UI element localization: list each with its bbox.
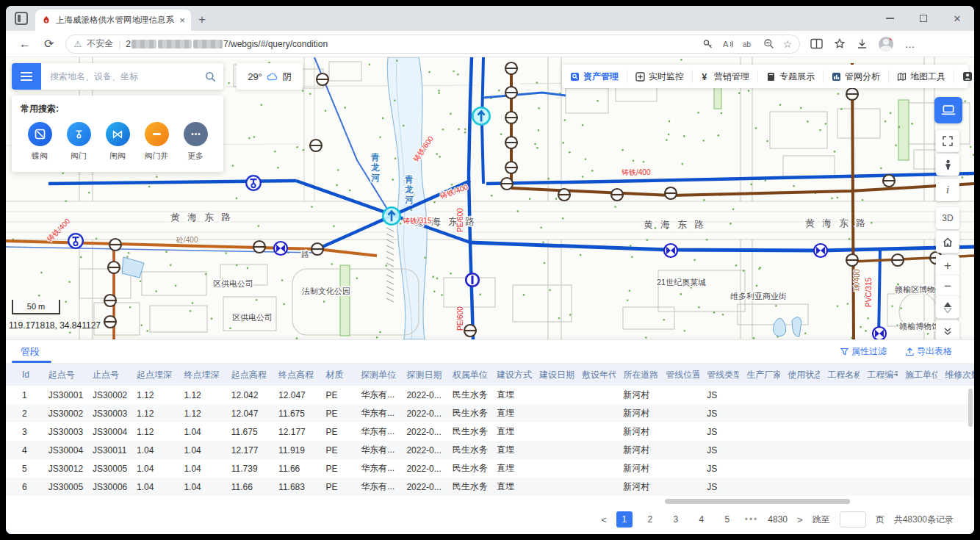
common-search-gate-valve[interactable]: 闸阀 [101, 122, 134, 162]
pipe-node-icon[interactable] [883, 175, 895, 187]
maximize-button[interactable] [907, 6, 940, 31]
layer-stepper[interactable] [936, 296, 959, 318]
scrollbar-thumb[interactable] [665, 499, 850, 504]
pipe-node-icon[interactable] [505, 62, 517, 74]
pipe-node-icon[interactable] [558, 189, 570, 201]
table-row[interactable]: 5JS30012JS300051.041.0411.73911.66PE华东有.… [6, 459, 974, 478]
new-tab-button[interactable]: + [198, 12, 206, 27]
search-icon[interactable] [205, 71, 216, 82]
valve-well-icon[interactable] [466, 273, 479, 287]
valve-icon[interactable] [246, 176, 261, 190]
user-menu[interactable]: 赣榆管理员 [954, 70, 974, 83]
refresh-icon[interactable]: ⟳ [44, 37, 54, 51]
street-view-button[interactable] [936, 154, 959, 176]
back-icon[interactable]: ← [19, 37, 31, 51]
pipe-node-icon[interactable] [108, 262, 120, 273]
jump-page-input[interactable] [840, 511, 866, 528]
download-icon[interactable] [857, 38, 868, 49]
last-page-button[interactable]: 4830 [768, 511, 788, 528]
vertical-scrollbar[interactable] [968, 389, 973, 497]
favorite-star-icon[interactable]: ☆ [783, 38, 793, 50]
scrollbar-thumb[interactable] [968, 389, 973, 427]
pipe-node-icon[interactable] [505, 137, 517, 148]
menu-sales-management[interactable]: ¥ 营销管理 [693, 70, 758, 83]
pages-ellipsis[interactable]: ••• [745, 514, 759, 525]
3d-button[interactable]: 3D [936, 207, 959, 229]
home-button[interactable] [936, 231, 959, 253]
prev-page-button[interactable]: < [601, 514, 607, 525]
page-button[interactable]: 4 [693, 511, 710, 528]
valve-icon[interactable] [68, 234, 83, 248]
layer-panel-button[interactable] [934, 97, 962, 123]
pipe-node-icon[interactable] [846, 254, 858, 266]
menu-asset-management[interactable]: 资产管理 [562, 70, 627, 83]
table-cell: 直埋 [489, 422, 532, 441]
password-key-icon[interactable] [702, 38, 713, 49]
zoom-in-button[interactable]: + [936, 255, 959, 277]
page-button[interactable]: 5 [719, 511, 735, 528]
menu-map-tools[interactable]: 地图工具 [889, 70, 954, 83]
common-search-butterfly-valve[interactable]: 蝶阀 [24, 122, 56, 162]
close-button[interactable]: ✕ [940, 6, 974, 31]
common-search-more[interactable]: 更多 [179, 122, 212, 162]
browser-tab[interactable]: 上海威派格供水管网地理信息系… × [35, 10, 191, 31]
common-search-valve-well[interactable]: 阀门井 [140, 122, 173, 162]
table-row[interactable]: 4JS30004JS300111.041.0412.17711.919PE华东有… [6, 441, 974, 459]
gate-valve-icon[interactable] [664, 244, 677, 257]
menu-network-analysis[interactable]: 管网分析 [824, 70, 889, 83]
pipe-node-icon[interactable] [505, 162, 517, 173]
common-search-valve[interactable]: 阀门 [62, 122, 95, 162]
pipe-node-icon[interactable] [317, 73, 328, 85]
next-page-button[interactable]: > [797, 514, 803, 525]
flow-junction-icon[interactable] [472, 107, 489, 124]
table-row[interactable]: 2JS30002JS300031.121.1212.04711.675PE华东有… [6, 404, 974, 422]
pipe-node-icon[interactable] [892, 254, 904, 266]
table-row[interactable]: 3JS30003JS300041.121.0411.67512.177PE华东有… [6, 422, 974, 441]
minimize-button[interactable] [873, 6, 907, 31]
flow-junction-icon[interactable] [383, 207, 400, 224]
menu-hamburger-button[interactable] [12, 63, 41, 90]
zoom-out-icon[interactable] [763, 38, 774, 49]
tab-workspaces-icon[interactable] [15, 12, 28, 25]
pipe-node-icon[interactable] [310, 140, 322, 151]
page-button[interactable]: 3 [668, 511, 684, 528]
read-aloud-icon[interactable]: A [722, 39, 734, 49]
pipe-node-icon[interactable] [104, 295, 116, 306]
menu-thematic-display[interactable]: 专题展示 [758, 70, 824, 83]
collections-icon[interactable] [834, 38, 846, 49]
pipe-node-icon[interactable] [253, 241, 265, 253]
table-row[interactable]: 1JS30001JS300021.121.1212.04212.047PE华东有… [6, 386, 974, 404]
pipe-node-icon[interactable] [104, 316, 116, 328]
search-input[interactable] [48, 71, 205, 82]
address-bar[interactable]: ⚠ 不安全 | 27/webgis/#/query/condition A ab… [65, 35, 800, 54]
pipe-node-icon[interactable] [611, 189, 623, 201]
gate-valve-icon[interactable] [873, 327, 886, 339]
info-button[interactable]: i [936, 179, 959, 201]
pipe-node-icon[interactable] [505, 87, 517, 98]
fullscreen-button[interactable] [936, 130, 959, 152]
export-table-button[interactable]: 导出表格 [906, 345, 952, 358]
tab-close-icon[interactable]: × [179, 15, 185, 26]
table-cell: JS [699, 386, 739, 404]
pipe-node-icon[interactable] [311, 243, 323, 255]
pipe-node-icon[interactable] [505, 112, 517, 123]
page-button[interactable]: 2 [642, 511, 658, 528]
page-button[interactable]: 1 [616, 511, 633, 528]
translate-icon[interactable]: ab [743, 40, 754, 48]
table-row[interactable]: 6JS30005JS300061.041.0411.6611.683PE华东有.… [6, 478, 974, 496]
settings-more-icon[interactable]: … [904, 38, 915, 50]
profile-avatar[interactable] [879, 37, 893, 51]
pipe-node-icon[interactable] [665, 187, 677, 199]
split-screen-icon[interactable] [810, 38, 823, 49]
horizontal-scrollbar[interactable] [6, 499, 974, 505]
gate-valve-icon[interactable] [814, 244, 827, 257]
attribute-filter-button[interactable]: 属性过滤 [840, 345, 887, 358]
menu-realtime-monitor[interactable]: 实时监控 [627, 70, 693, 83]
tab-pipe-segment[interactable]: 管段 [21, 345, 40, 359]
pipe-node-icon[interactable] [501, 178, 513, 190]
pipe-node-icon[interactable] [464, 325, 476, 336]
pipe-node-icon[interactable] [846, 88, 858, 100]
pipe-node-icon[interactable] [109, 239, 121, 251]
zoom-out-button[interactable]: − [936, 276, 959, 298]
gate-valve-icon[interactable] [274, 242, 287, 255]
